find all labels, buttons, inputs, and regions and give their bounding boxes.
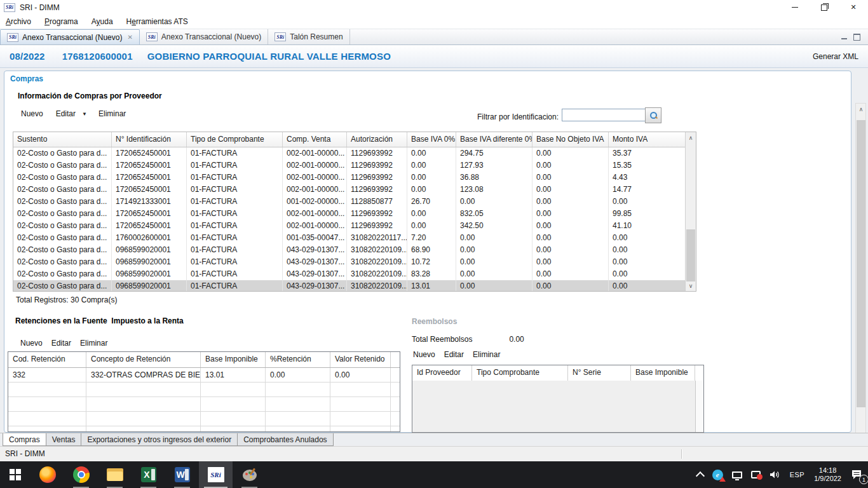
- reembolsos-total: Total Reembolsos 0.00: [412, 335, 524, 344]
- minimize-button[interactable]: [780, 0, 810, 15]
- start-button[interactable]: [0, 461, 31, 488]
- windows-logo-icon: [10, 469, 21, 480]
- nuevo-button[interactable]: Nuevo: [20, 339, 43, 348]
- eliminar-button[interactable]: Eliminar: [98, 109, 126, 118]
- bottom-tab-exportaciones[interactable]: Exportaciones y otros ingresos del exter…: [81, 433, 238, 446]
- panel-vertical-scrollbar[interactable]: ∧ ∨: [855, 103, 866, 447]
- eliminar-button[interactable]: Eliminar: [80, 339, 107, 348]
- column-header[interactable]: N° Serie: [568, 365, 631, 381]
- menu-item[interactable]: Herramientas ATS: [126, 17, 188, 26]
- clock[interactable]: 14:18 1/9/2022: [809, 461, 846, 488]
- view-minimize-icon[interactable]: [841, 38, 847, 39]
- taskbar-sri-dimm[interactable]: SRi: [199, 461, 233, 488]
- menu-item[interactable]: Programa: [44, 17, 78, 26]
- column-header[interactable]: Concepto de Retención: [86, 352, 201, 367]
- notification-center-button[interactable]: 1: [846, 461, 868, 488]
- table-row[interactable]: 02-Costo o Gasto para d... 1720652450001…: [13, 159, 685, 172]
- editar-button[interactable]: Editar: [56, 109, 76, 118]
- table-row[interactable]: 02-Costo o Gasto para d... 0968599020001…: [13, 244, 685, 256]
- editar-button[interactable]: Editar: [444, 350, 464, 359]
- table-vertical-scrollbar[interactable]: ∧ ∨: [685, 132, 696, 291]
- column-header[interactable]: Base Imponible: [631, 365, 695, 381]
- eset-icon: e: [712, 470, 723, 480]
- column-header[interactable]: Autorización: [347, 132, 407, 147]
- tab-anexo-transaccional-2[interactable]: SRi Anexo Transaccional (Nuevo): [140, 29, 268, 44]
- table-row[interactable]: 02-Costo o Gasto para d... 1760002600001…: [13, 232, 685, 244]
- bottom-tab-comprobantes-anulados[interactable]: Comprobantes Anulados: [237, 433, 333, 446]
- table-row[interactable]: 02-Costo o Gasto para d... 0968599020001…: [13, 268, 685, 280]
- scroll-up-icon[interactable]: ∧: [686, 132, 696, 143]
- tray-volume[interactable]: [765, 461, 785, 488]
- table-row[interactable]: 02-Costo o Gasto para d... 1720652450001…: [13, 220, 685, 232]
- column-header[interactable]: Base IVA diferente 0%: [456, 132, 532, 147]
- menu-item[interactable]: Archivo: [6, 17, 31, 26]
- taskbar-gimp[interactable]: [233, 461, 266, 488]
- column-header[interactable]: Base No Objeto IVA: [532, 132, 609, 147]
- column-header[interactable]: Id Proveedor: [412, 365, 472, 381]
- table-row[interactable]: 02-Costo o Gasto para d... 0968599020001…: [13, 256, 685, 268]
- view-maximize-icon[interactable]: [853, 34, 860, 41]
- restore-button[interactable]: [810, 0, 839, 15]
- compras-table: Sustento N° Identificación Tipo de Compr…: [13, 132, 696, 292]
- table-row[interactable]: 02-Costo o Gasto para d... 1720652450001…: [13, 184, 685, 196]
- tray-eset[interactable]: e: [708, 461, 728, 488]
- editar-button[interactable]: Editar: [51, 339, 71, 348]
- tray-network[interactable]: [728, 461, 747, 488]
- sri-tab-icon: SRi: [275, 32, 286, 41]
- column-header[interactable]: Sustento: [13, 132, 112, 147]
- restore-icon: [821, 4, 827, 11]
- reembolsos-title: Reembolsos: [412, 317, 457, 326]
- column-header[interactable]: N° Identificación: [112, 132, 187, 147]
- nuevo-button[interactable]: Nuevo: [21, 109, 43, 118]
- table-row[interactable]: 02-Costo o Gasto para d... 1714921333001…: [13, 196, 685, 208]
- column-header[interactable]: Tipo Comprobante: [472, 365, 568, 381]
- scrollbar-thumb[interactable]: [857, 120, 865, 407]
- taskbar-chrome[interactable]: [64, 461, 98, 488]
- bottom-tab-ventas[interactable]: Ventas: [46, 433, 82, 446]
- filter-search-button[interactable]: [645, 107, 661, 123]
- eliminar-button[interactable]: Eliminar: [473, 350, 500, 359]
- tab-talon-resumen[interactable]: SRi Talón Resumen: [268, 29, 349, 44]
- group-title: Compras: [10, 74, 43, 83]
- entity-name-label: GOBIERNO PARROQUIAL RURAL VALLE HERMOSO: [147, 51, 391, 62]
- retenciones-table-header: Cod. Retención Concepto de Retención Bas…: [8, 352, 400, 368]
- scroll-up-icon[interactable]: ∧: [856, 104, 866, 114]
- bottom-tab-compras[interactable]: Compras: [3, 433, 46, 446]
- filter-input[interactable]: [562, 109, 646, 121]
- taskbar-excel[interactable]: X: [132, 461, 165, 488]
- sri-tab-icon: SRi: [146, 32, 158, 41]
- menu-item[interactable]: Ayuda: [92, 17, 113, 26]
- tray-expand-button[interactable]: [693, 461, 708, 488]
- column-header[interactable]: Base Imponible: [201, 352, 266, 367]
- editar-dropdown-icon[interactable]: ▼: [82, 111, 87, 117]
- reembolsos-table: Id Proveedor Tipo Comprobante N° Serie B…: [412, 365, 704, 433]
- table-row[interactable]: 02-Costo o Gasto para d... 0968599020001…: [13, 280, 685, 292]
- table-row[interactable]: 332 332-OTRAS COMPRAS DE BIE... 13.01 0.…: [8, 368, 400, 383]
- taskbar-word[interactable]: W: [165, 461, 199, 488]
- tray-action-center[interactable]: [747, 461, 765, 488]
- column-header[interactable]: Monto IVA: [609, 132, 685, 147]
- column-header[interactable]: %Retención: [266, 352, 330, 367]
- column-header[interactable]: Comp. Venta: [283, 132, 347, 147]
- title-bar: SRi SRI - DIMM ✕: [0, 0, 868, 15]
- column-header[interactable]: Tipo de Comprobante: [187, 132, 283, 147]
- taskbar-file-explorer[interactable]: [98, 461, 132, 488]
- table-row[interactable]: 02-Costo o Gasto para d... 1720652450001…: [13, 172, 685, 184]
- language-indicator[interactable]: ESP: [785, 461, 810, 488]
- table-row[interactable]: 02-Costo o Gasto para d... 1720652450001…: [13, 208, 685, 220]
- status-text: SRI - DIMM: [5, 447, 45, 461]
- taskbar-firefox[interactable]: [31, 461, 64, 488]
- column-header[interactable]: Valor Retenido: [330, 352, 391, 367]
- close-button[interactable]: ✕: [839, 0, 868, 15]
- tab-anexo-transaccional-1[interactable]: SRi Anexo Transaccional (Nuevo) ✕: [0, 29, 140, 44]
- tab-close-icon[interactable]: ✕: [127, 34, 132, 41]
- scrollbar-thumb[interactable]: [686, 229, 695, 281]
- reembolsos-table-header: Id Proveedor Tipo Comprobante N° Serie B…: [412, 365, 703, 381]
- nuevo-button[interactable]: Nuevo: [413, 350, 435, 359]
- column-header[interactable]: Base IVA 0%: [407, 132, 456, 147]
- scroll-down-icon[interactable]: ∨: [686, 280, 696, 291]
- compras-table-header: Sustento N° Identificación Tipo de Compr…: [13, 132, 685, 147]
- generate-xml-button[interactable]: Generar XML: [813, 52, 858, 61]
- table-row[interactable]: 02-Costo o Gasto para d... 1720652450001…: [13, 147, 685, 159]
- column-header[interactable]: Cod. Retención: [8, 352, 86, 367]
